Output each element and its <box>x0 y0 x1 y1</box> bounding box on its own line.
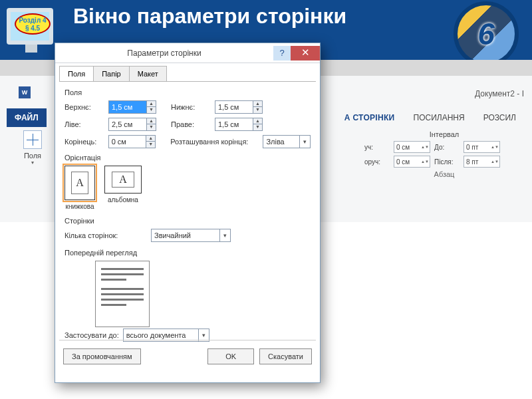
paragraph-group-label: Абзац <box>364 170 524 178</box>
tab-layout[interactable]: Макет <box>129 66 167 81</box>
spacing-after-field[interactable]: 8 пт▲▼ <box>464 156 500 168</box>
orientation-section-label: Орієнтація <box>65 154 311 162</box>
margin-bottom-field[interactable]: 1,5 см▲▼ <box>215 100 263 114</box>
margin-left-field[interactable]: 2,5 см▲▼ <box>108 118 156 131</box>
ok-button[interactable]: OK <box>207 348 254 364</box>
orientation-landscape[interactable]: A альбомна <box>104 166 142 210</box>
help-button[interactable]: ? <box>273 46 291 61</box>
slide-title: Вікно параметри сторінки <box>0 0 532 29</box>
margin-right-field[interactable]: 1,5 см▲▼ <box>215 118 263 131</box>
spacing-before-field[interactable]: 0 пт▲▼ <box>464 141 500 153</box>
word-icon: W <box>19 86 31 98</box>
margins-ribbon-button[interactable]: Поля ▾ <box>17 130 48 166</box>
margins-section-label: Поля <box>65 88 311 96</box>
gutter-field[interactable]: 0 см▲▼ <box>108 135 156 148</box>
indent-right-field[interactable]: 0 см▲▼ <box>394 156 430 168</box>
page-setup-dialog: Параметри сторінки ? ✕ Поля Папір Макет … <box>55 43 321 383</box>
set-default-button[interactable]: За промовчанням <box>63 348 141 364</box>
tab-page-layout[interactable]: А СТОРІНКИ <box>335 108 404 127</box>
multiple-pages-select[interactable]: Звичайний▾ <box>151 229 231 242</box>
indent-left-field[interactable]: 0 см▲▼ <box>394 141 430 153</box>
tab-mailings[interactable]: РОЗСИЛ <box>474 108 525 127</box>
document-title: Документ2 - I <box>475 89 524 98</box>
tab-paper[interactable]: Папір <box>93 66 130 81</box>
close-button[interactable]: ✕ <box>291 46 320 61</box>
chapter-badge: Розділ 4 § 4.5 <box>15 13 51 35</box>
interval-label: Інтервал <box>364 130 524 138</box>
dialog-title: Параметри сторінки <box>55 49 273 58</box>
chevron-down-icon: ▾ <box>17 160 48 166</box>
paragraph-spacing-group: Інтервал уч: 0 см▲▼ До: 0 пт▲▼ оруч: 0 с… <box>364 130 524 178</box>
pages-section-label: Сторінки <box>65 217 311 225</box>
margin-top-field[interactable]: 1,5 см▲▼ <box>108 100 156 114</box>
orientation-portrait[interactable]: A книжкова <box>65 166 95 210</box>
tab-margins[interactable]: Поля <box>59 66 94 81</box>
grade-badge: 6 <box>454 1 519 66</box>
cancel-button[interactable]: Скасувати <box>259 348 312 364</box>
gutter-position-select[interactable]: Зліва▾ <box>263 135 311 148</box>
margins-icon <box>23 130 42 149</box>
preview-section-label: Попередній перегляд <box>65 249 311 257</box>
page-preview <box>95 261 150 327</box>
tab-references[interactable]: ПОСИЛАННЯ <box>404 108 474 127</box>
tab-file[interactable]: ФАЙЛ <box>7 108 47 127</box>
